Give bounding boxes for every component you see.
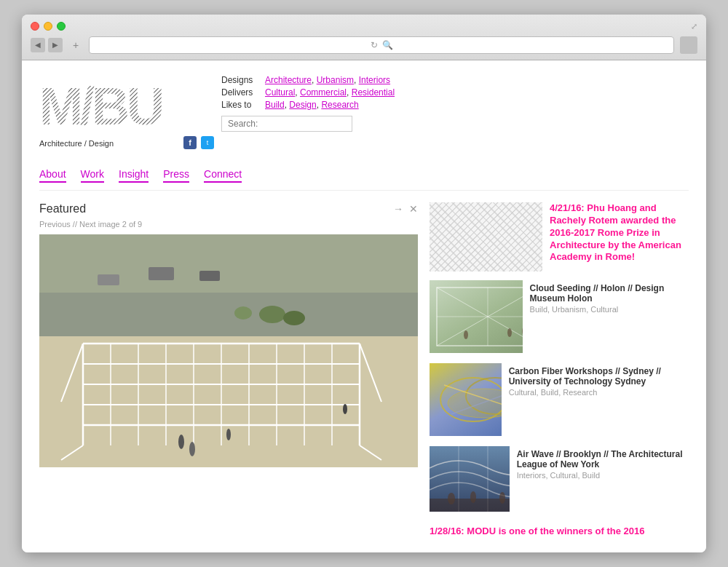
news-highlight-text: 4/21/16: Phu Hoang and Rachely Rotem awa… — [550, 202, 689, 263]
card-2-image — [430, 363, 502, 436]
svg-rect-33 — [149, 267, 174, 280]
nav-press[interactable]: Press — [163, 168, 189, 183]
designs-value: Architecture, Urbanism, Interiors — [265, 75, 390, 85]
card-3-col: Air Wave // Brooklyn // The Architectura… — [430, 446, 689, 538]
nav-about[interactable]: About — [39, 168, 66, 183]
logo-area: M/BU Architecture / Design f t — [39, 75, 214, 149]
maximize-button[interactable] — [57, 22, 66, 31]
announcement-body: MODU is one of the winners of the 2016 — [467, 526, 644, 536]
close-button[interactable] — [31, 22, 39, 31]
search-icon: 🔍 — [382, 40, 393, 50]
refresh-icon: ↻ — [371, 40, 378, 50]
site-tagline: Architecture / Design — [39, 139, 114, 148]
resize-icon: ⤢ — [691, 22, 697, 31]
svg-point-37 — [234, 306, 252, 320]
urbanism-link[interactable]: Urbanism — [317, 75, 354, 85]
svg-rect-32 — [98, 274, 119, 285]
card-1-info: Cloud Seeding // Holon // Design Museum … — [530, 280, 689, 353]
header-info: Designs Architecture, Urbanism, Interior… — [214, 75, 689, 132]
design-link[interactable]: Design — [289, 100, 316, 110]
logo-graphic: M/BU — [39, 75, 207, 133]
designs-label: Designs — [221, 75, 265, 85]
svg-point-35 — [259, 306, 285, 323]
news-text-block: 4/21/16: Phu Hoang and Rachely Rotem awa… — [550, 202, 689, 271]
featured-close[interactable]: ✕ — [409, 203, 418, 215]
featured-header: Featured → ✕ — [39, 202, 418, 215]
search-box — [221, 116, 689, 132]
svg-point-36 — [283, 311, 305, 325]
interiors-link[interactable]: Interiors — [359, 75, 390, 85]
cultural-link[interactable]: Cultural — [265, 87, 295, 98]
nav-insight[interactable]: Insight — [119, 168, 149, 183]
card-3-title: Air Wave // Brooklyn // The Architectura… — [517, 449, 689, 469]
card-3-info: Air Wave // Brooklyn // The Architectura… — [517, 446, 689, 519]
card-carbon-fiber: Carbon Fiber Workshops // Sydney // Univ… — [430, 363, 689, 436]
back-button[interactable]: ◀ — [31, 38, 45, 52]
svg-point-31 — [343, 404, 347, 414]
card-1-image — [430, 280, 523, 353]
site-header: M/BU Architecture / Design f t D — [39, 75, 689, 149]
nav-work[interactable]: Work — [81, 168, 104, 183]
main-content: Featured → ✕ Previous // Next image 2 of… — [39, 202, 689, 538]
svg-rect-59 — [430, 499, 510, 512]
svg-rect-34 — [199, 271, 220, 281]
svg-point-60 — [448, 493, 455, 504]
card-cloud-seeding: Cloud Seeding // Holon // Design Museum … — [430, 280, 689, 353]
svg-point-29 — [189, 442, 195, 456]
address-bar[interactable]: ↻ 🔍 — [89, 36, 674, 54]
featured-image — [39, 234, 418, 467]
svg-point-46 — [464, 330, 468, 339]
card-1-title: Cloud Seeding // Holon // Design Museum … — [530, 283, 689, 304]
twitter-icon[interactable]: t — [201, 136, 214, 149]
svg-point-47 — [507, 328, 512, 337]
nav-connect[interactable]: Connect — [204, 168, 242, 183]
search-input[interactable] — [221, 116, 352, 132]
build-link[interactable]: Build — [265, 100, 285, 110]
news-highlight-image — [430, 202, 542, 271]
delivers-value: Cultural, Commercial, Residential — [265, 87, 395, 98]
svg-rect-39 — [430, 202, 542, 271]
news-highlight: 4/21/16: Phu Hoang and Rachely Rotem awa… — [430, 202, 689, 271]
residential-link[interactable]: Residential — [352, 87, 395, 98]
architecture-link[interactable]: Architecture — [265, 75, 312, 85]
forward-button[interactable]: ▶ — [48, 38, 63, 52]
minimize-button[interactable] — [44, 22, 52, 31]
card-air-wave: Air Wave // Brooklyn // The Architectura… — [430, 446, 689, 519]
card-2-info: Carbon Fiber Workshops // Sydney // Univ… — [509, 363, 689, 436]
card-2-tags: Cultural, Build, Research — [509, 388, 689, 397]
likes-value: Build, Design, Research — [265, 100, 359, 110]
svg-rect-2 — [39, 75, 207, 130]
site-nav: About Work Insight Press Connect — [39, 161, 689, 191]
research-link[interactable]: Research — [321, 100, 358, 110]
card-3-image — [430, 446, 510, 519]
featured-next-arrow[interactable]: → — [393, 203, 403, 215]
card-2-title: Carbon Fiber Workshops // Sydney // Univ… — [509, 366, 689, 386]
commercial-link[interactable]: Commercial — [300, 87, 347, 98]
facebook-icon[interactable]: f — [183, 136, 197, 149]
featured-img-svg — [39, 234, 418, 467]
svg-rect-6 — [39, 293, 418, 336]
announcement-text: 1/28/16: MODU is one of the winners of t… — [430, 525, 689, 538]
news-date: 4/21/16: — [550, 202, 585, 213]
featured-title: Featured — [39, 202, 86, 215]
svg-point-61 — [470, 491, 476, 503]
camera-button[interactable] — [680, 36, 697, 54]
svg-point-62 — [499, 492, 505, 504]
card-row-3: Air Wave // Brooklyn // The Architectura… — [430, 446, 689, 538]
card-1-tags: Build, Urbanism, Cultural — [530, 305, 689, 314]
delivers-label: Delivers — [221, 87, 265, 98]
new-tab-button[interactable]: + — [68, 38, 83, 52]
likes-label: Likes to — [221, 100, 265, 110]
svg-point-28 — [178, 435, 184, 449]
svg-point-30 — [226, 429, 231, 440]
announcement-date: 1/28/16: — [430, 526, 464, 536]
card-3-tags: Interiors, Cultural, Build — [517, 471, 689, 480]
svg-rect-7 — [39, 336, 418, 467]
featured-caption: Previous // Next image 2 of 9 — [39, 220, 418, 229]
right-column: 4/21/16: Phu Hoang and Rachely Rotem awa… — [430, 202, 689, 538]
featured-section: Featured → ✕ Previous // Next image 2 of… — [39, 202, 418, 538]
